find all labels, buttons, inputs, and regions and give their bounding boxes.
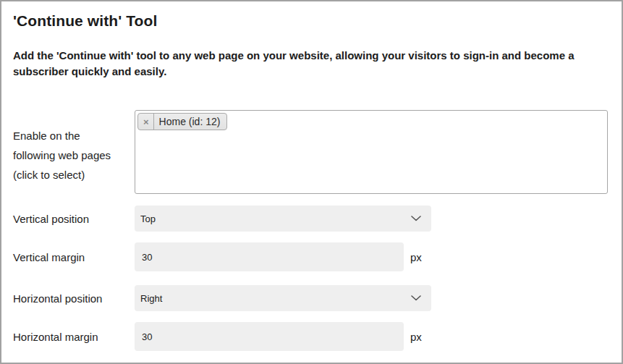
row-horizontal-margin: Horizontal margin px bbox=[13, 322, 609, 351]
row-horizontal-position: Horizontal position Right bbox=[13, 285, 609, 311]
enabled-pages-label: Enable on the following web pages (click… bbox=[13, 110, 135, 185]
horizontal-position-select-wrap: Right bbox=[135, 285, 431, 311]
horizontal-margin-input[interactable] bbox=[135, 322, 404, 351]
horizontal-margin-unit: px bbox=[410, 331, 422, 343]
selected-page-tag: × Home (id: 12) bbox=[137, 113, 227, 130]
vertical-position-select-wrap: Top bbox=[135, 206, 431, 232]
page-title: 'Continue with' Tool bbox=[13, 10, 609, 32]
enabled-pages-multiselect[interactable]: × Home (id: 12) bbox=[135, 110, 608, 194]
vertical-position-select[interactable]: Top bbox=[135, 206, 431, 232]
row-vertical-position: Vertical position Top bbox=[13, 206, 609, 232]
horizontal-position-select[interactable]: Right bbox=[135, 285, 431, 311]
vertical-position-label: Vertical position bbox=[13, 213, 135, 225]
vertical-margin-unit: px bbox=[410, 251, 422, 263]
row-enabled-pages: Enable on the following web pages (click… bbox=[13, 110, 609, 194]
vertical-margin-input[interactable] bbox=[135, 242, 404, 271]
vertical-margin-label: Vertical margin bbox=[13, 251, 135, 263]
selected-page-tag-label: Home (id: 12) bbox=[154, 114, 227, 130]
row-vertical-margin: Vertical margin px bbox=[13, 242, 609, 271]
horizontal-position-label: Horizontal position bbox=[13, 292, 135, 305]
remove-tag-icon[interactable]: × bbox=[138, 114, 154, 130]
page-description: Add the 'Continue with' tool to any web … bbox=[13, 48, 601, 80]
settings-panel: 'Continue with' Tool Add the 'Continue w… bbox=[0, 0, 623, 364]
horizontal-margin-label: Horizontal margin bbox=[13, 331, 135, 343]
